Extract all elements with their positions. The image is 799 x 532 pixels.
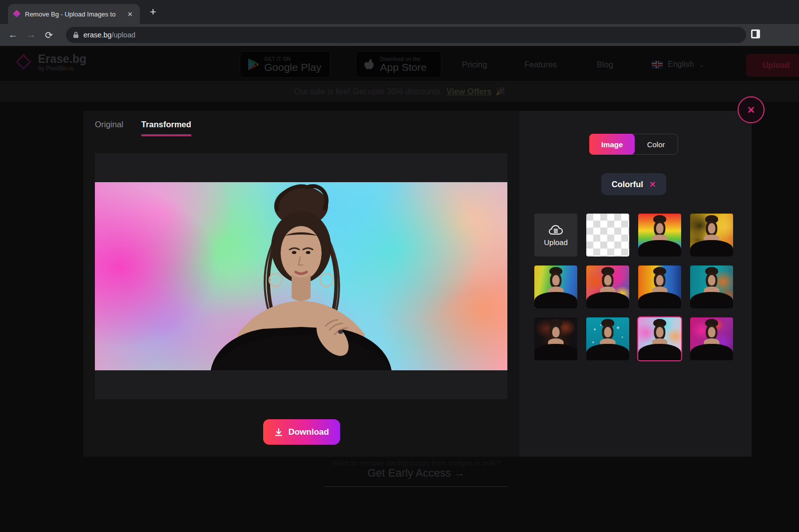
thumbnail-orange-blue-stripes[interactable] [638,266,681,308]
thumbnail-rainbow-feather[interactable] [534,266,577,308]
logo-subtitle: by PixelBin.io [38,65,86,72]
editor-modal: Original Transformed [83,111,752,457]
google-play-icon [247,58,259,71]
thumbnail-grid: Upload [534,214,738,360]
close-icon: ✕ [747,104,755,116]
thumbnail-pastel-bokeh[interactable] [638,317,681,360]
apple-icon [363,57,375,71]
site-favicon-icon [13,10,21,18]
uk-flag-icon [652,61,663,68]
tab-original[interactable]: Original [95,120,123,136]
view-offers-link[interactable]: View Offers [446,87,491,96]
chevron-down-icon: ⌄ [699,61,704,68]
woman-portrait [95,182,507,370]
thumbnail-teal-smoke[interactable] [690,266,733,308]
tab-close-icon[interactable]: ✕ [125,9,135,19]
browser-tabstrip: Remove Bg - Upload Images to ✕ + [0,0,799,24]
preview-tabs: Original Transformed [95,120,191,136]
forward-icon[interactable]: → [22,29,40,40]
header-upload-button[interactable]: Upload [746,54,799,77]
reload-icon[interactable]: ⟳ [40,29,58,41]
modal-close-button[interactable]: ✕ [738,96,765,123]
download-label: Download [288,427,329,437]
chip-label: Colorful [612,180,643,189]
thumbnail-upload[interactable]: Upload [534,214,577,257]
erasebg-logo-icon [15,53,33,71]
options-panel: Image Color Colorful ✕ Upload [519,111,752,457]
url-host: erase.bg [83,31,111,39]
party-emoji-icon: 🎉 [495,87,505,96]
thumbnail-rainbow-paint[interactable] [638,214,681,257]
thumbnail-color-splash[interactable] [586,266,629,308]
nav-blog[interactable]: Blog [597,60,613,69]
back-icon[interactable]: ← [4,29,22,40]
google-play-badge[interactable]: GET IT ON Google Play [240,51,331,78]
browser-toolbar: ← → ⟳ erase.bg/upload [0,24,799,46]
side-panel-icon[interactable] [751,29,760,38]
language-label: English [668,60,694,69]
app-store-badge[interactable]: Download on the App Store [356,51,441,78]
banner-text: Our sale is live! Get upto 30% discounts… [294,87,442,96]
thumbnail-dark-flame-hair[interactable] [534,317,577,360]
download-button[interactable]: Download [263,419,340,445]
thumbnail-teal-bubbles[interactable] [586,317,629,360]
image-color-toggle: Image Color [589,134,678,155]
nav-pricing[interactable]: Pricing [462,60,487,69]
thumbnail-magenta-smoke[interactable] [690,317,733,360]
thumbnail-transparent[interactable] [586,214,629,257]
tab-transformed[interactable]: Transformed [141,120,191,136]
colorful-filter-chip[interactable]: Colorful ✕ [601,173,666,195]
download-icon [274,428,283,437]
sale-banner: Our sale is live! Get upto 30% discounts… [0,81,799,102]
site-header: Erase.bg by PixelBin.io GET IT ON Google… [0,49,799,81]
preview-container [95,153,507,399]
bulk-hint-text: Want to remove backgrounds from images i… [0,459,799,467]
nav-features[interactable]: Features [524,60,557,69]
gplay-name: Google Play [264,62,321,72]
url-bar[interactable]: erase.bg/upload [66,27,746,43]
get-early-access-link[interactable]: Get Early Access → [0,467,799,480]
transformed-image [95,182,507,370]
lock-icon [73,31,79,38]
toggle-color[interactable]: Color [634,134,678,154]
site-logo[interactable]: Erase.bg by PixelBin.io [15,53,86,72]
language-selector[interactable]: English ⌄ [652,60,704,69]
browser-tab[interactable]: Remove Bg - Upload Images to ✕ [8,4,140,24]
thumbnail-yellow-paint[interactable] [690,214,733,257]
screen: Remove Bg - Upload Images to ✕ + ← → ⟳ e… [0,0,799,532]
footer-divider [324,486,508,487]
upload-tile-label: Upload [544,238,568,247]
appstore-name: App Store [380,62,426,72]
tab-title: Remove Bg - Upload Images to [25,10,121,18]
new-tab-button[interactable]: + [150,7,156,17]
url-path: /upload [111,31,135,39]
logo-title: Erase.bg [38,53,86,65]
chip-close-icon[interactable]: ✕ [649,180,656,189]
toggle-image[interactable]: Image [589,134,635,155]
cloud-upload-icon [548,224,563,236]
page-backdrop: Erase.bg by PixelBin.io GET IT ON Google… [0,46,799,532]
